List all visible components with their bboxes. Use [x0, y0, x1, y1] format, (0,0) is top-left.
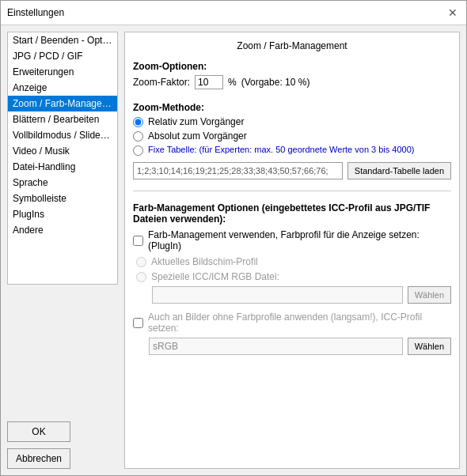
sidebar-item-blaettern[interactable]: Blättern / Bearbeiten: [8, 111, 117, 127]
sidebar: Start / Beenden - Optionen JPG / PCD / G…: [7, 32, 118, 285]
zoom-options-label: Zoom-Optionen:: [133, 61, 451, 72]
farb-spezielle-input[interactable]: [152, 286, 403, 304]
wahlen-button-2[interactable]: Wählen: [408, 338, 451, 355]
sidebar-item-erweiterungen[interactable]: Erweiterungen: [8, 64, 117, 80]
sidebar-item-start[interactable]: Start / Beenden - Optionen: [8, 32, 117, 48]
farb-management-title: Farb-Management Optionen (eingebettetes …: [133, 202, 451, 225]
fixed-table-row: Standard-Tabelle laden: [133, 162, 451, 179]
fixed-table-input[interactable]: [133, 162, 343, 179]
panel-title: Zoom / Farb-Management: [133, 40, 451, 51]
radio-absolut-row: Absolut zum Vorgänger: [133, 130, 451, 142]
radio-relativ-row: Relativ zum Vorgänger: [133, 116, 451, 127]
radio-fixe-label: Fixe Tabelle: (für Experten: max. 50 geo…: [148, 145, 415, 154]
also-checkbox[interactable]: [133, 318, 143, 328]
sidebar-item-datei[interactable]: Datei-Handling: [8, 159, 117, 175]
zoom-methode-section: Zoom-Methode: Relativ zum Vorgänger Abso…: [133, 102, 451, 179]
sidebar-item-jpg[interactable]: JPG / PCD / GIF: [8, 48, 117, 64]
radio-absolut-label: Absolut zum Vorgänger: [148, 130, 247, 142]
zoom-methode-label: Zoom-Methode:: [133, 102, 451, 113]
divider: [133, 191, 451, 191]
farb-checkbox-row: Farb-Management verwenden, Farbprofil fü…: [133, 229, 451, 251]
radio-relativ-input[interactable]: [133, 117, 143, 127]
radio-fixe-input[interactable]: [133, 145, 143, 156]
radio-fixe-row: Fixe Tabelle: (für Experten: max. 50 geo…: [133, 145, 451, 156]
title-bar: Einstellungen ✕: [1, 1, 466, 25]
also-section: Auch an Bilder ohne Farbprofile anwenden…: [133, 312, 451, 355]
farb-radio-aktuell-input[interactable]: [136, 257, 146, 267]
also-input-row: Wählen: [133, 338, 451, 355]
sidebar-item-zoom[interactable]: Zoom / Farb-Management: [8, 96, 117, 111]
zoom-unit: %: [228, 77, 237, 88]
zoom-methode-radio-group: Relativ zum Vorgänger Absolut zum Vorgän…: [133, 116, 451, 156]
radio-absolut-input[interactable]: [133, 131, 143, 142]
wahlen-button-1[interactable]: Wählen: [408, 286, 451, 304]
farb-checkbox-label: Farb-Management verwenden, Farbprofil fü…: [148, 229, 451, 251]
farb-radio-aktuell-row: Aktuelles Bildschim-Profil: [136, 256, 451, 267]
farb-radio-spezielle-label: Spezielle ICC/ICM RGB Datei:: [151, 271, 279, 282]
sidebar-item-andere[interactable]: Andere: [8, 222, 117, 238]
farb-management-section: Farb-Management Optionen (eingebettetes …: [133, 202, 451, 355]
ok-button[interactable]: OK: [7, 421, 70, 442]
zoom-faktor-row: Zoom-Faktor: % (Vorgabe: 10 %): [133, 75, 451, 89]
zoom-faktor-input[interactable]: [195, 75, 223, 89]
farb-radio-group: Aktuelles Bildschim-Profil Spezielle ICC…: [133, 256, 451, 304]
close-button[interactable]: ✕: [446, 6, 460, 20]
std-table-button[interactable]: Standard-Tabelle laden: [347, 162, 451, 179]
zoom-faktor-label: Zoom-Faktor:: [133, 77, 190, 88]
also-icc-input[interactable]: [149, 338, 403, 355]
farb-spezielle-input-row: Wählen: [136, 286, 451, 304]
sidebar-item-anzeige[interactable]: Anzeige: [8, 80, 117, 96]
farb-radio-aktuell-label: Aktuelles Bildschim-Profil: [151, 256, 258, 267]
sidebar-item-symbolleiste[interactable]: Symbolleiste: [8, 191, 117, 206]
abbrechen-button[interactable]: Abbrechen: [7, 448, 70, 469]
radio-relativ-label: Relativ zum Vorgänger: [148, 116, 244, 127]
settings-window: Einstellungen ✕ Start / Beenden - Option…: [0, 0, 467, 476]
sidebar-item-video[interactable]: Video / Musik: [8, 143, 117, 159]
farb-radio-spezielle-input[interactable]: [136, 272, 146, 282]
sidebar-item-sprache[interactable]: Sprache: [8, 175, 117, 191]
main-panel: Zoom / Farb-Management Zoom-Optionen: Zo…: [124, 32, 460, 469]
zoom-hint: (Vorgabe: 10 %): [241, 77, 310, 88]
sidebar-item-vollbild[interactable]: Vollbildmodus / Slideshow: [8, 127, 117, 143]
left-column: Start / Beenden - Optionen JPG / PCD / G…: [7, 32, 118, 469]
farb-radio-spezielle-row: Spezielle ICC/ICM RGB Datei:: [136, 271, 451, 282]
farb-management-checkbox[interactable]: [133, 236, 143, 246]
sidebar-item-plugins[interactable]: PlugIns: [8, 206, 117, 222]
also-checkbox-label: Auch an Bilder ohne Farbprofile anwenden…: [148, 312, 451, 334]
window-title: Einstellungen: [7, 7, 64, 18]
also-checkbox-row: Auch an Bilder ohne Farbprofile anwenden…: [133, 312, 451, 334]
zoom-options-section: Zoom-Optionen: Zoom-Faktor: % (Vorgabe: …: [133, 61, 451, 96]
